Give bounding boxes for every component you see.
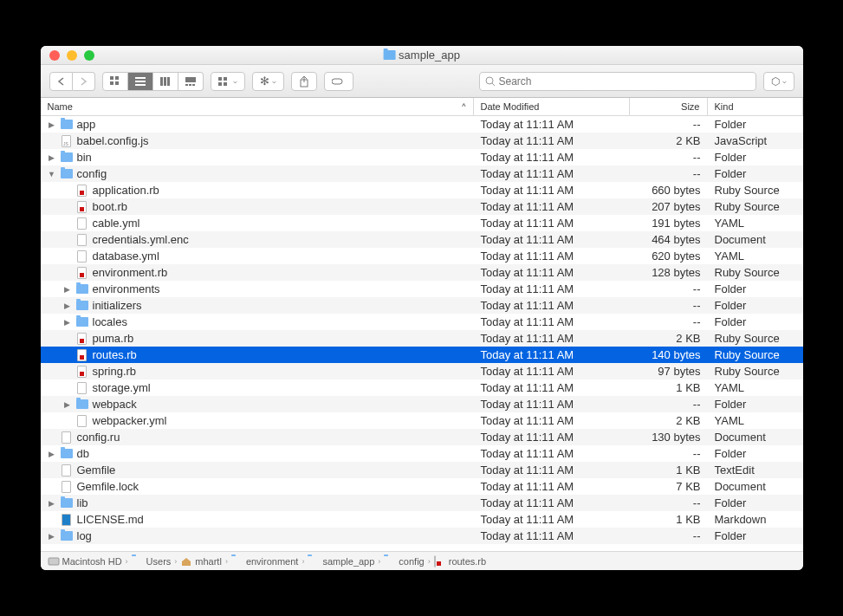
file-row[interactable]: routes.rbToday at 11:11 AM140 bytesRuby … xyxy=(41,347,803,363)
column-kind[interactable]: Kind xyxy=(708,98,803,115)
file-name-label: babel.config.js xyxy=(77,134,149,147)
path-item[interactable]: routes.rb xyxy=(434,556,486,567)
disclosure-triangle-icon[interactable]: ▶ xyxy=(48,120,56,129)
file-name-label: cable.yml xyxy=(93,217,140,230)
file-date: Today at 11:11 AM xyxy=(474,513,630,526)
file-kind: YAML xyxy=(708,414,803,427)
icon-view-button[interactable] xyxy=(102,72,128,91)
search-input[interactable] xyxy=(499,75,750,88)
action-button[interactable]: ✻⌵ xyxy=(252,72,284,91)
group-button[interactable]: ⌵ xyxy=(211,72,245,91)
nav-buttons xyxy=(49,72,95,91)
file-row[interactable]: webpacker.ymlToday at 11:11 AM2 KBYAML xyxy=(41,412,803,429)
file-row[interactable]: ▶localesToday at 11:11 AM--Folder xyxy=(41,314,803,330)
svg-rect-16 xyxy=(218,82,222,86)
disclosure-triangle-icon[interactable]: ▶ xyxy=(63,302,72,310)
file-row[interactable]: ▶logToday at 11:11 AM--Folder xyxy=(41,528,803,544)
file-row[interactable]: puma.rbToday at 11:11 AM2 KBRuby Source xyxy=(41,330,803,347)
file-row[interactable]: spring.rbToday at 11:11 AM97 bytesRuby S… xyxy=(41,363,803,379)
file-row[interactable]: ▶dbToday at 11:11 AM--Folder xyxy=(41,445,803,462)
file-row[interactable]: storage.ymlToday at 11:11 AM1 KBYAML xyxy=(41,379,803,396)
disclosure-triangle-icon[interactable]: ▼ xyxy=(48,170,56,178)
column-date[interactable]: Date Modified xyxy=(474,98,630,115)
file-row[interactable]: ▶environmentsToday at 11:11 AM--Folder xyxy=(41,281,803,297)
folder-icon xyxy=(75,398,89,412)
file-row[interactable]: ▶appToday at 11:11 AM--Folder xyxy=(41,116,803,133)
file-icon xyxy=(75,381,89,395)
file-icon xyxy=(60,431,74,444)
file-row[interactable]: boot.rbToday at 11:11 AM207 bytesRuby So… xyxy=(41,198,803,215)
file-name-cell: Gemfile.lock xyxy=(41,480,474,494)
column-size[interactable]: Size xyxy=(630,98,708,115)
file-name-cell: ▶webpack xyxy=(41,398,474,412)
file-name-label: LICENSE.md xyxy=(77,513,144,526)
file-icon xyxy=(60,480,74,494)
file-row[interactable]: environment.rbToday at 11:11 AM128 bytes… xyxy=(41,264,803,281)
minimize-button[interactable] xyxy=(67,50,77,61)
disclosure-triangle-icon[interactable]: ▶ xyxy=(48,499,56,508)
disclosure-triangle-icon[interactable]: ▶ xyxy=(63,400,72,409)
file-kind: Folder xyxy=(708,282,803,295)
svg-rect-3 xyxy=(115,81,119,85)
file-size: 660 bytes xyxy=(630,184,708,197)
file-list[interactable]: ▶appToday at 11:11 AM--Folderbabel.confi… xyxy=(41,116,803,551)
back-button[interactable] xyxy=(49,72,73,91)
close-button[interactable] xyxy=(49,50,60,61)
path-item[interactable]: Macintosh HD xyxy=(48,556,122,567)
path-bar: Macintosh HD›Users›mhartl›environment›sa… xyxy=(41,551,803,570)
folder-icon xyxy=(60,167,74,181)
file-date: Today at 11:11 AM xyxy=(474,348,630,361)
svg-rect-12 xyxy=(189,84,191,86)
file-kind: Folder xyxy=(708,118,803,131)
file-size: 140 bytes xyxy=(630,348,708,361)
disclosure-triangle-icon[interactable]: ▶ xyxy=(63,318,72,327)
file-row[interactable]: ▶binToday at 11:11 AM--Folder xyxy=(41,149,803,165)
file-icon xyxy=(75,414,89,428)
file-row[interactable]: credentials.yml.encToday at 11:11 AM464 … xyxy=(41,231,803,248)
file-row[interactable]: config.ruToday at 11:11 AM130 bytesDocum… xyxy=(41,429,803,445)
list-view-button[interactable] xyxy=(128,72,153,91)
share-button[interactable] xyxy=(291,72,317,91)
forward-button[interactable] xyxy=(73,72,95,91)
search-field[interactable] xyxy=(479,72,756,91)
file-row[interactable]: GemfileToday at 11:11 AM1 KBTextEdit xyxy=(41,462,803,478)
path-item[interactable]: environment xyxy=(231,556,299,567)
file-date: Today at 11:11 AM xyxy=(474,529,630,542)
file-size: 97 bytes xyxy=(630,365,708,378)
file-row[interactable]: babel.config.jsToday at 11:11 AM2 KBJava… xyxy=(41,133,803,149)
path-item[interactable]: mhartl xyxy=(180,556,222,567)
file-name-label: storage.yml xyxy=(93,381,151,394)
ruby-icon xyxy=(75,266,89,280)
disclosure-triangle-icon[interactable]: ▶ xyxy=(63,285,72,294)
disk-icon xyxy=(48,556,60,566)
file-row[interactable]: ▶initializersToday at 11:11 AM--Folder xyxy=(41,297,803,314)
zoom-button[interactable] xyxy=(84,50,94,61)
path-item[interactable]: sample_app xyxy=(308,556,374,567)
path-label: Users xyxy=(146,556,172,567)
file-size: 464 bytes xyxy=(630,233,708,246)
column-headers: Name^ Date Modified Size Kind xyxy=(41,98,803,116)
file-name-label: environment.rb xyxy=(93,266,168,279)
file-row[interactable]: LICENSE.mdToday at 11:11 AM1 KBMarkdown xyxy=(41,511,803,528)
file-row[interactable]: ▼configToday at 11:11 AM--Folder xyxy=(41,165,803,182)
disclosure-triangle-icon[interactable]: ▶ xyxy=(48,153,56,162)
disclosure-triangle-icon[interactable]: ▶ xyxy=(48,450,56,458)
file-row[interactable]: application.rbToday at 11:11 AM660 bytes… xyxy=(41,182,803,198)
tags-button[interactable] xyxy=(324,72,353,91)
gallery-view-button[interactable] xyxy=(178,72,204,91)
path-item[interactable]: config xyxy=(384,556,424,567)
md-icon xyxy=(60,513,74,527)
file-row[interactable]: Gemfile.lockToday at 11:11 AM7 KBDocumen… xyxy=(41,478,803,495)
ruby-icon xyxy=(75,184,89,198)
path-item[interactable]: Users xyxy=(132,556,172,567)
file-size: 620 bytes xyxy=(630,250,708,263)
chevron-right-icon: › xyxy=(378,557,380,566)
dropbox-button[interactable]: ⬡⌵ xyxy=(763,72,794,91)
column-name[interactable]: Name^ xyxy=(41,98,474,115)
file-row[interactable]: database.ymlToday at 11:11 AM620 bytesYA… xyxy=(41,248,803,264)
file-row[interactable]: ▶libToday at 11:11 AM--Folder xyxy=(41,495,803,511)
file-row[interactable]: ▶webpackToday at 11:11 AM--Folder xyxy=(41,396,803,412)
column-view-button[interactable] xyxy=(153,72,178,91)
file-row[interactable]: cable.ymlToday at 11:11 AM191 bytesYAML xyxy=(41,215,803,231)
disclosure-triangle-icon[interactable]: ▶ xyxy=(48,532,56,541)
